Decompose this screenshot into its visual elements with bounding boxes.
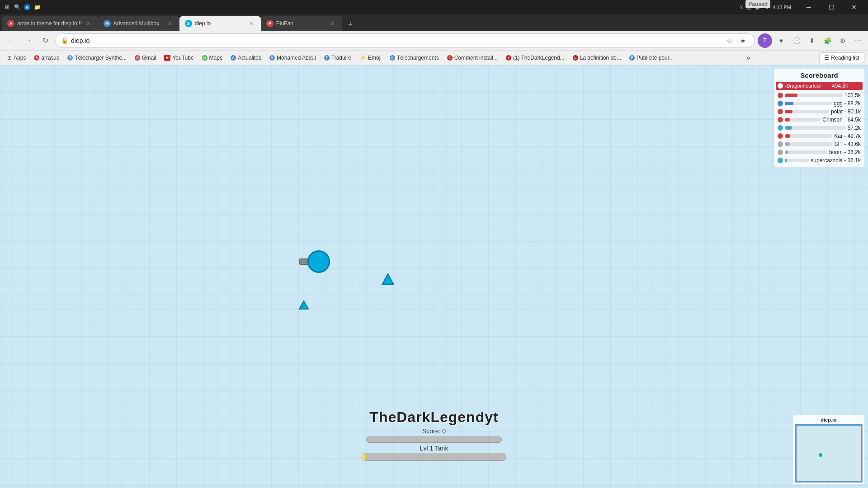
forward-button[interactable]: → xyxy=(21,33,35,48)
score-bar-mini-8 xyxy=(785,142,833,146)
back-button[interactable]: ← xyxy=(4,33,18,48)
tab-bar: A arras.io theme for diep.io!!! ✕ M Adva… xyxy=(0,14,868,31)
apps-icon: ⊞ xyxy=(7,55,12,61)
bookmark-traduire-label: Traduire xyxy=(331,55,351,61)
score-value-8: BIT - 43.6k xyxy=(835,141,861,147)
bookmark-mohamed-icon: M xyxy=(269,55,275,61)
tab-close-diepio[interactable]: ✕ xyxy=(247,19,255,28)
tab-arras[interactable]: A arras.io theme for diep.io!!! ✕ xyxy=(2,16,98,31)
search-icon[interactable]: 🔍 xyxy=(14,4,21,11)
bookmark-arras[interactable]: A arras.io xyxy=(30,52,63,63)
tab-piufan[interactable]: P PiuFan ✕ xyxy=(261,16,342,31)
score-entry-10: supercazzola - 36.1k xyxy=(778,156,861,164)
address-input-wrap[interactable]: 🔒 diep.io ☆ ★ xyxy=(55,33,755,48)
bookmark-downloads[interactable]: D Téléchargements xyxy=(386,52,443,63)
bookmark-definition[interactable]: L La définition de... xyxy=(569,52,625,63)
bookmark-darklegend[interactable]: Y (1) TheDarkLegend... xyxy=(502,52,568,63)
tab-multibox[interactable]: M Advanced Multibox ✕ xyxy=(98,16,179,31)
minimap-wrap: diep.io xyxy=(793,415,864,484)
game-area[interactable]: Scoreboard -Dragonhearted- 494.8k 103.5k… xyxy=(0,65,868,488)
bookmark-more-button[interactable]: » xyxy=(744,54,753,62)
bookmark-mohamed[interactable]: M Mohamed Abdul xyxy=(266,52,320,63)
refresh-button[interactable]: ↻ xyxy=(38,33,52,48)
windows-icon[interactable]: ⊞ xyxy=(4,4,11,11)
system-tray: ⊻ xyxy=(740,5,743,10)
bookmark-emoji[interactable]: ⚡ Emoji xyxy=(356,52,385,63)
bookmark-publicite[interactable]: P Publicité pour... xyxy=(626,52,677,63)
score-entry-6: 57.2k xyxy=(778,124,861,132)
score-bar-mini-9 xyxy=(785,150,827,154)
score-entry-8: BIT - 43.6k xyxy=(778,140,861,148)
level-bar-wrap: Lvl 1 Tank xyxy=(362,445,506,461)
tab-label-arras: arras.io theme for diep.io!!! xyxy=(17,20,82,27)
score-bar-fill-6 xyxy=(785,126,792,130)
bookmark-traduire[interactable]: T Traduire xyxy=(321,52,355,63)
score-value-6: 57.2k xyxy=(848,125,861,131)
bookmark-maps[interactable]: M Maps xyxy=(198,52,226,63)
favorites-button[interactable]: ♥ xyxy=(775,34,788,47)
tab-close-multibox[interactable]: ✕ xyxy=(166,19,174,28)
bookmark-gmail[interactable]: G Gmail xyxy=(131,52,160,63)
bookmark-comment-icon: C xyxy=(447,55,453,61)
bookmark-apps[interactable]: ⊞ Apps xyxy=(4,52,29,63)
extensions-button[interactable]: 🧩 xyxy=(821,34,834,47)
bookmark-definition-label: La définition de... xyxy=(580,55,621,61)
close-button[interactable]: ✕ xyxy=(844,0,864,14)
maximize-button[interactable]: ☐ xyxy=(821,0,842,14)
triangle-enemy-2 xyxy=(298,300,309,312)
score-bar-mini-7 xyxy=(785,134,832,138)
bookmark-actualites[interactable]: A Actualités xyxy=(227,52,265,63)
downloads-button[interactable]: ⬇ xyxy=(806,34,818,47)
tab-favicon-multibox: M xyxy=(104,20,111,27)
collections-button[interactable]: ★ xyxy=(736,34,749,47)
level-fill xyxy=(362,453,365,460)
settings-button[interactable]: ⚙ xyxy=(836,34,849,47)
bookmark-actualites-label: Actualités xyxy=(238,55,261,61)
score-bar-fill-2 xyxy=(785,94,797,97)
tab-diepio[interactable]: D diep.io ✕ xyxy=(179,16,261,31)
minimize-button[interactable]: ─ xyxy=(798,0,819,14)
bookmark-maps-icon: M xyxy=(202,55,208,61)
score-dot-6 xyxy=(778,125,783,131)
bookmark-comment-label: Comment install... xyxy=(454,55,498,61)
score-value-4: polat - 80.1k xyxy=(831,108,861,115)
level-bar xyxy=(362,453,506,461)
folder-icon[interactable]: 📁 xyxy=(33,4,41,11)
new-tab-button[interactable]: + xyxy=(344,18,357,31)
score-entry-3: ggg - 88.2k xyxy=(778,99,861,108)
bookmark-telecharger[interactable]: T Télécharger Synthe... xyxy=(64,52,130,63)
svg-marker-1 xyxy=(299,301,308,309)
bookmark-publicite-icon: P xyxy=(629,55,635,61)
score-value-3: ggg - 88.2k xyxy=(834,100,861,107)
minimap-canvas xyxy=(795,424,863,483)
bookmark-emoji-label: Emoji xyxy=(368,55,382,61)
svg-marker-0 xyxy=(382,274,394,285)
address-bar: ← → ↻ 🔒 diep.io ☆ ★ T ♥ 🕐 ⬇ 🧩 ⚙ ⋯ Paused xyxy=(0,31,868,51)
bookmark-maps-label: Maps xyxy=(209,55,222,61)
score-bar-mini-4 xyxy=(785,110,829,113)
profile-button[interactable]: T xyxy=(758,33,772,48)
score-dot-3 xyxy=(778,101,783,106)
score-bar-mini-5 xyxy=(785,118,821,122)
bookmark-comment[interactable]: C Comment install... xyxy=(443,52,501,63)
tank-group xyxy=(307,250,330,273)
minimap-player-dot xyxy=(819,453,822,457)
level-text: Lvl 1 Tank xyxy=(420,445,448,452)
star-button[interactable]: ☆ xyxy=(723,34,736,47)
tab-favicon-diepio: D xyxy=(185,20,192,27)
menu-button[interactable]: ⋯ xyxy=(852,34,864,47)
score-dot-4 xyxy=(778,109,783,114)
player-hud: TheDarkLegendyt Score: 0 Lvl 1 Tank xyxy=(362,409,506,461)
tab-close-piufan[interactable]: ✕ xyxy=(329,19,337,28)
score-bar xyxy=(366,436,502,443)
reading-list-button[interactable]: ☰ Reading list xyxy=(819,52,864,63)
score-value-10: supercazzola - 36.1k xyxy=(811,157,861,164)
history-button[interactable]: 🕐 xyxy=(790,34,803,47)
bookmark-gmail-icon: G xyxy=(135,55,140,61)
bookmark-youtube[interactable]: ▶ YouTube xyxy=(160,52,197,63)
score-bar-wrap: Score: 0 xyxy=(362,427,506,443)
browser-icon: e xyxy=(24,4,31,11)
tab-close-arras[interactable]: ✕ xyxy=(85,19,93,28)
score-bar-mini-6 xyxy=(785,126,846,130)
score-bar-mini-3 xyxy=(785,102,832,105)
